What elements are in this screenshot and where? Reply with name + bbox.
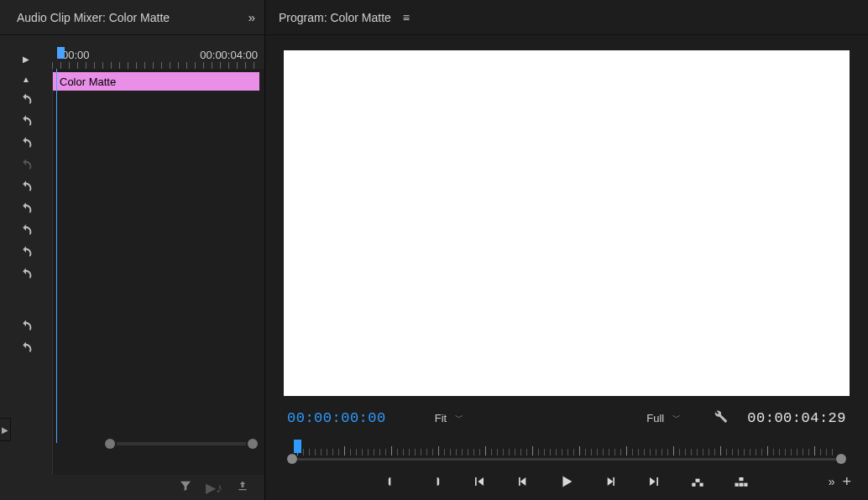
lift-button[interactable] [688, 472, 707, 491]
left-panel-header: Audio Clip Mixer: Color Matte » [0, 0, 264, 35]
expand-handle-icon[interactable]: ▶ [0, 418, 11, 441]
reset-icon[interactable] [18, 319, 34, 334]
track-body[interactable]: Color Matte [52, 69, 264, 475]
chevron-down-icon: ﹀ [455, 412, 463, 424]
svg-rect-3 [700, 483, 703, 487]
left-panel-title: Audio Clip Mixer: Color Matte [17, 11, 170, 24]
mark-in-button[interactable] [383, 472, 401, 491]
scrub-ruler[interactable] [287, 440, 846, 453]
svg-rect-5 [735, 483, 739, 487]
reset-icon [18, 158, 34, 173]
ruler-end-tc: 00:00:04:00 [200, 49, 258, 61]
duration-timecode[interactable]: 00:00:04:29 [747, 410, 846, 426]
play-toggle-icon[interactable]: ▶ [0, 55, 52, 64]
reset-icon[interactable] [18, 201, 34, 216]
svg-rect-6 [744, 483, 747, 487]
quality-label: Full [646, 412, 664, 424]
clip-bar[interactable]: Color Matte [53, 72, 259, 91]
monitor-container [265, 35, 868, 401]
monitor-info-row: 00:00:00:00 Fit ﹀ Full ﹀ 00:00:04:29 [265, 401, 868, 435]
go-to-out-button[interactable] [645, 472, 663, 491]
effect-timeline: ▶ 00:00 00:00:04:00 ▲ Color Matte [0, 35, 264, 500]
reset-icon[interactable] [18, 245, 34, 260]
zoom-label: Fit [435, 412, 447, 424]
program-title: Program: Color Matte [279, 11, 391, 24]
play-button[interactable] [557, 472, 576, 491]
current-timecode[interactable]: 00:00:00:00 [287, 410, 386, 426]
program-header: Program: Color Matte ≡ [265, 0, 868, 35]
step-forward-button[interactable] [601, 472, 620, 491]
zoom-scrollbar[interactable] [105, 438, 258, 450]
svg-rect-7 [740, 483, 744, 487]
step-back-button[interactable] [514, 472, 532, 491]
left-footer: ▶♪ [0, 475, 264, 500]
collapse-up-icon[interactable]: ▲ [22, 72, 30, 86]
extract-button[interactable] [732, 472, 750, 491]
filter-icon[interactable] [179, 479, 192, 496]
chevron-down-icon: ﹀ [672, 412, 681, 424]
play-audio-icon: ▶♪ [206, 480, 222, 496]
program-monitor-panel: Program: Color Matte ≡ 00:00:00:00 Fit ﹀… [265, 0, 868, 500]
zoom-handle-right[interactable] [248, 439, 258, 449]
collapse-icon[interactable]: » [248, 10, 253, 24]
svg-rect-2 [692, 483, 695, 487]
reset-icon[interactable] [18, 114, 34, 129]
panel-menu-icon[interactable]: ≡ [403, 11, 410, 24]
reset-icon[interactable] [18, 92, 34, 107]
add-button-icon[interactable]: + [842, 473, 851, 491]
go-to-in-button[interactable] [470, 472, 489, 491]
reset-icon[interactable] [18, 267, 34, 282]
track-gutter: ▲ [0, 69, 52, 475]
reset-icon[interactable] [18, 223, 34, 238]
svg-rect-8 [740, 477, 744, 481]
effect-controls-panel: Audio Clip Mixer: Color Matte » ▶ 00:00 … [0, 0, 265, 500]
scrub-playhead[interactable] [294, 440, 301, 453]
reset-icon[interactable] [18, 341, 34, 356]
svg-rect-1 [613, 477, 614, 486]
zoom-line[interactable] [297, 458, 836, 461]
settings-icon[interactable] [712, 408, 729, 428]
playhead-line [56, 69, 57, 443]
clip-label: Color Matte [60, 76, 116, 88]
quality-dropdown[interactable]: Full ﹀ [641, 410, 700, 426]
zoom-track[interactable] [117, 442, 246, 445]
zoom-bar[interactable] [287, 455, 846, 463]
reset-icon[interactable] [18, 180, 34, 195]
ruler-playhead[interactable] [57, 47, 65, 59]
svg-rect-0 [519, 477, 520, 486]
export-icon[interactable] [236, 479, 249, 496]
reset-icon[interactable] [18, 136, 34, 151]
more-buttons-icon[interactable]: » [829, 475, 833, 488]
ruler-start-tc: 00:00 [62, 49, 90, 61]
zoom-handle-left[interactable] [105, 439, 115, 449]
video-monitor[interactable] [284, 50, 850, 396]
mark-out-button[interactable] [426, 472, 445, 491]
zoom-dropdown[interactable]: Fit ﹀ [430, 410, 489, 426]
ruler-ticks [52, 62, 259, 69]
time-ruler[interactable]: 00:00 00:00:04:00 [52, 49, 264, 69]
scrub-row [265, 435, 868, 463]
svg-rect-4 [696, 479, 700, 482]
transport-controls: » + [265, 463, 868, 500]
